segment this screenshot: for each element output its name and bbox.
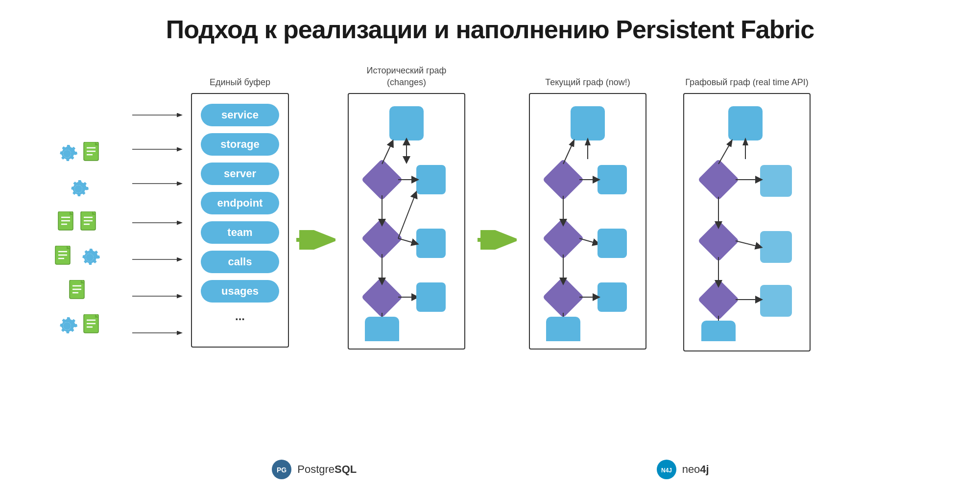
green-arrow-2-container (475, 93, 519, 387)
graph-label: Графовый граф (real time API) (683, 64, 811, 88)
svg-rect-61 (361, 277, 403, 318)
svg-rect-71 (571, 106, 605, 140)
svg-rect-77 (543, 218, 584, 259)
logos-row: PG PostgreSQL N4J neo4j (121, 459, 859, 480)
svg-line-79 (579, 238, 597, 243)
buffer-section: Единый буфер service storage server endp… (186, 64, 294, 348)
postgresql-logo: PG PostgreSQL (271, 459, 357, 480)
icon-row-4 (54, 245, 102, 270)
page-title: Подход к реализации и наполнению Persist… (166, 15, 814, 44)
current-graph-svg (539, 101, 637, 341)
neo4j-logo: N4J neo4j (656, 459, 709, 480)
svg-rect-91 (698, 159, 740, 201)
current-box (529, 93, 646, 350)
doc-icon-5 (69, 280, 88, 303)
icon-row-3 (57, 211, 99, 235)
current-label: Текущий граф (now!) (534, 64, 642, 88)
svg-rect-59 (416, 229, 446, 258)
postgresql-icon: PG (271, 459, 292, 480)
arrows-svg (127, 93, 186, 387)
historical-label: Исторический граф (changes) (353, 64, 460, 88)
svg-line-94 (718, 142, 731, 164)
svg-rect-89 (728, 106, 763, 140)
icons-section (29, 93, 127, 387)
doc-icon-3 (80, 211, 99, 235)
buffer-item-storage: storage (201, 133, 279, 156)
svg-rect-99 (760, 231, 792, 263)
doc-icon-1 (83, 142, 102, 165)
buffer-item-server: server (201, 163, 279, 185)
green-arrow-1-container (294, 93, 338, 387)
doc-icon-4 (54, 246, 74, 269)
svg-rect-86 (546, 317, 580, 341)
historical-graph-svg (358, 101, 455, 341)
historical-section: Исторический граф (changes) (338, 64, 475, 350)
gear-icon-4 (54, 313, 80, 339)
svg-line-60 (398, 238, 415, 243)
buffer-item-usages: usages (201, 280, 279, 303)
svg-rect-64 (416, 282, 446, 312)
buffer-item-service: service (201, 104, 279, 126)
gear-icon-1 (54, 141, 80, 166)
historical-box (348, 93, 465, 350)
current-section: Текущий граф (now!) (519, 64, 656, 350)
svg-rect-52 (361, 159, 403, 201)
svg-rect-56 (361, 218, 403, 259)
svg-line-76 (563, 142, 573, 164)
svg-rect-83 (598, 282, 627, 312)
graph-box (683, 93, 811, 351)
gear-icon-3 (77, 245, 102, 270)
postgresql-text: PostgreSQL (297, 463, 357, 476)
svg-text:N4J: N4J (661, 467, 672, 474)
neo4j-text: neo4j (682, 463, 709, 476)
buffer-box: service storage server endpoint team cal… (191, 93, 289, 348)
doc-icon-2 (57, 211, 77, 235)
svg-rect-81 (543, 277, 584, 318)
diagram: Единый буфер service storage server endp… (29, 64, 951, 451)
neo4j-icon: N4J (656, 459, 677, 480)
svg-rect-92 (760, 165, 792, 197)
page: Подход к реализации и наполнению Persist… (0, 0, 980, 490)
green-arrow-2 (478, 230, 517, 250)
icon-row-1 (54, 141, 102, 166)
svg-rect-97 (698, 279, 740, 321)
svg-rect-73 (543, 159, 584, 201)
svg-rect-95 (698, 220, 740, 262)
svg-rect-80 (598, 229, 627, 258)
svg-rect-53 (416, 165, 446, 194)
icon-row-6 (54, 313, 102, 339)
icon-row-2 (66, 176, 91, 202)
svg-line-58 (398, 194, 415, 238)
svg-rect-46 (389, 106, 424, 140)
svg-rect-104 (701, 321, 736, 341)
svg-text:PG: PG (277, 466, 287, 474)
arrows-to-buffer (127, 93, 186, 387)
buffer-item-team: team (201, 221, 279, 244)
svg-line-55 (382, 143, 392, 164)
buffer-item-endpoint: endpoint (201, 192, 279, 214)
gear-icon-2 (66, 176, 91, 202)
graph-section: Графовый граф (real time API) (671, 64, 823, 351)
svg-rect-74 (598, 165, 627, 194)
green-arrow-1 (296, 230, 335, 250)
buffer-dots: ... (235, 309, 245, 323)
svg-line-100 (736, 241, 759, 247)
graph-svg (692, 101, 804, 341)
buffer-label: Единый буфер (210, 64, 270, 88)
doc-icon-6 (83, 314, 102, 338)
icon-row-5 (69, 280, 88, 303)
buffer-item-calls: calls (201, 251, 279, 273)
svg-rect-101 (760, 285, 792, 317)
svg-rect-66 (365, 317, 399, 341)
